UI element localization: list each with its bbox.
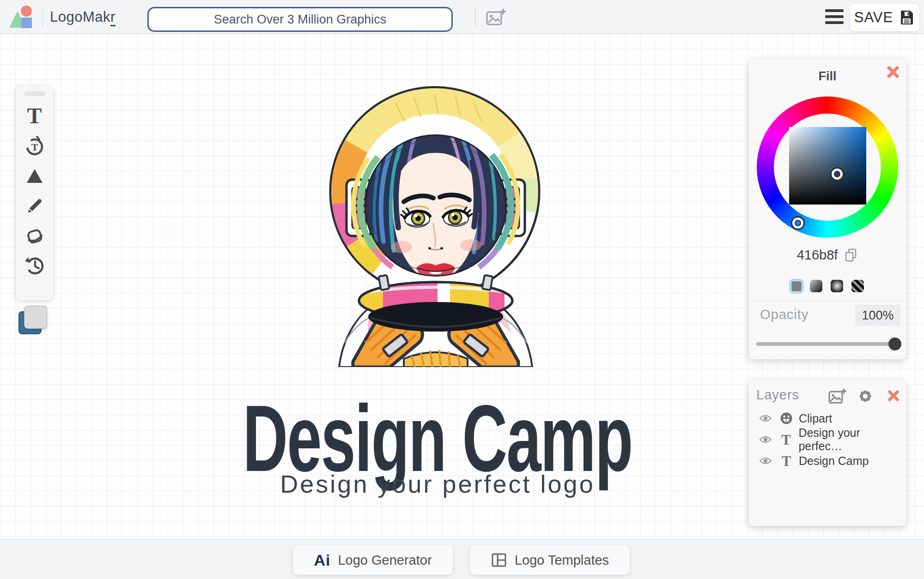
layer-row-text-subtitle[interactable]: T Design your perfec… [749, 429, 906, 450]
fill-style-linear-gradient[interactable] [810, 280, 822, 292]
clipart-smiley-icon [779, 411, 793, 425]
visibility-eye-icon[interactable] [759, 435, 772, 444]
stroke-color-chip[interactable] [24, 306, 47, 329]
history-icon [24, 255, 45, 277]
opacity-slider-knob[interactable] [888, 338, 901, 350]
layer-label: Design Camp [799, 454, 869, 468]
text-layer-icon: T [782, 454, 791, 468]
layer-label: Design your perfec… [798, 426, 906, 453]
brand-name: LogoMakr [50, 9, 116, 25]
fill-panel-title: Fill [749, 69, 906, 84]
opacity-row: Opacity 100% [749, 301, 906, 328]
text-layer-icon: T [781, 433, 791, 447]
layer-label: Clipart [799, 412, 832, 425]
floppy-save-icon [899, 9, 915, 26]
bottom-bar: Ai Logo Generator Logo Templates [0, 539, 924, 579]
fill-style-row [749, 280, 906, 292]
svg-text:T: T [31, 141, 38, 153]
triangle-shape-icon [24, 166, 45, 186]
layers-panel-close-icon[interactable] [887, 389, 900, 403]
hue-wheel-handle[interactable] [792, 217, 803, 229]
fill-style-pattern[interactable] [851, 280, 864, 292]
layers-add-image-icon[interactable] [828, 388, 847, 404]
logomakr-logo-icon [8, 5, 35, 30]
brand-name-prefix: LogoMak [50, 9, 110, 25]
text-tool-icon: T [27, 105, 42, 127]
add-image-icon[interactable] [486, 8, 506, 26]
copy-hex-icon[interactable] [844, 248, 858, 263]
menu-icon[interactable] [825, 9, 844, 27]
saturation-square[interactable] [789, 127, 866, 205]
paint-bucket-icon [24, 225, 45, 247]
toolbar-drag-handle[interactable] [24, 91, 45, 96]
layers-settings-gear-icon[interactable] [857, 388, 874, 404]
ai-icon: Ai [314, 551, 330, 569]
fill-panel: Fill 416b8f Opacity 100% [749, 59, 906, 359]
canvas-text-subtitle[interactable]: Design your perfect logo [280, 470, 595, 498]
hex-color-value: 416b8f [797, 247, 838, 263]
tools-panel: T T [16, 85, 53, 300]
curved-text-icon: T [24, 135, 45, 157]
shapes-tool-button[interactable] [23, 164, 46, 187]
curved-text-tool-button[interactable]: T [23, 134, 46, 157]
fill-tool-button[interactable] [23, 224, 46, 247]
logo-generator-label: Logo Generator [338, 553, 432, 568]
logo-templates-label: Logo Templates [515, 553, 609, 568]
pencil-icon [24, 196, 45, 216]
astronaut-clipart[interactable] [326, 84, 545, 367]
opacity-value[interactable]: 100% [855, 305, 900, 326]
text-tool-button[interactable]: T [23, 104, 46, 127]
logo-generator-button[interactable]: Ai Logo Generator [293, 545, 453, 575]
search-input[interactable] [147, 7, 453, 32]
brand-name-suffix: r [110, 9, 116, 26]
top-bar: LogoMakr SAVE [0, 0, 924, 34]
layers-panel: Layers [749, 380, 906, 526]
layer-row-text-title[interactable]: T Design Camp [749, 450, 906, 471]
history-tool-button[interactable] [23, 254, 46, 277]
topbar-divider [43, 7, 43, 27]
save-button-label: SAVE [854, 9, 893, 26]
visibility-eye-icon[interactable] [759, 456, 772, 465]
opacity-label: Opacity [760, 307, 808, 322]
logo-templates-button[interactable]: Logo Templates [470, 545, 630, 575]
fill-style-radial-gradient[interactable] [831, 280, 843, 292]
opacity-slider[interactable] [756, 342, 899, 346]
save-button[interactable]: SAVE [850, 4, 919, 31]
topbar-divider-2 [475, 7, 475, 27]
templates-grid-icon [491, 552, 507, 568]
visibility-eye-icon[interactable] [759, 414, 772, 423]
draw-tool-button[interactable] [23, 194, 46, 217]
logomakr-app: Design Camp Design your perfect logo Log… [0, 0, 924, 579]
fill-style-solid[interactable] [791, 281, 802, 291]
layers-panel-title: Layers [756, 387, 799, 403]
saturation-handle[interactable] [832, 169, 843, 180]
